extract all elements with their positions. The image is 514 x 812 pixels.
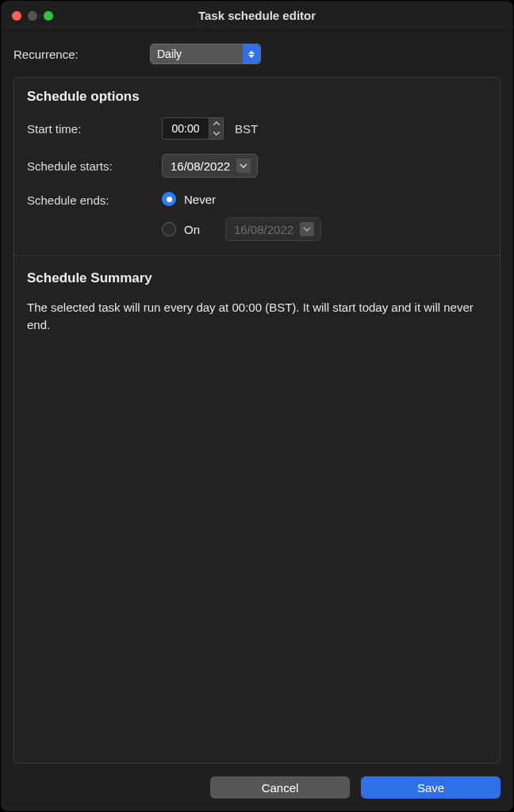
start-time-row: Start time: 00:00 BST: [27, 117, 487, 140]
start-time-label: Start time:: [27, 122, 162, 136]
recurrence-value: Daily: [157, 48, 182, 60]
schedule-starts-date-picker[interactable]: 16/08/2022: [162, 154, 258, 178]
schedule-ends-date-picker[interactable]: 16/08/2022: [225, 217, 321, 241]
schedule-options-heading: Schedule options: [27, 89, 487, 105]
schedule-ends-radio-group: Never On 16/08/2022: [162, 192, 321, 241]
recurrence-label: Recurrence:: [13, 48, 150, 61]
fullscreen-window-icon[interactable]: [44, 11, 53, 21]
save-button[interactable]: Save: [361, 776, 501, 799]
radio-never-label: Never: [184, 193, 217, 206]
start-time-stepper[interactable]: [209, 117, 224, 140]
recurrence-select[interactable]: Daily: [150, 44, 261, 64]
summary-text: The selected task will run every day at …: [27, 299, 487, 334]
schedule-ends-label: Schedule ends:: [27, 192, 162, 207]
summary-heading: Schedule Summary: [27, 270, 487, 286]
radio-on-label: On: [184, 223, 217, 236]
schedule-ends-on-option[interactable]: On 16/08/2022: [162, 217, 321, 241]
radio-on[interactable]: [162, 222, 176, 236]
schedule-panel: Schedule options Start time: 00:00 BST S…: [13, 77, 501, 764]
stepper-up-icon[interactable]: [209, 118, 223, 128]
schedule-ends-row: Schedule ends: Never On 16/08/2022: [27, 192, 487, 241]
titlebar: Task schedule editor: [1, 1, 513, 31]
window-title: Task schedule editor: [1, 9, 513, 22]
schedule-starts-date: 16/08/2022: [171, 159, 230, 173]
body: Recurrence: Daily Schedule options Start…: [1, 31, 513, 764]
select-caret-icon: [243, 44, 260, 63]
window: Task schedule editor Recurrence: Daily S…: [0, 0, 514, 812]
recurrence-row: Recurrence: Daily: [13, 44, 501, 64]
footer: Cancel Save: [1, 764, 513, 811]
traffic-lights: [12, 11, 53, 21]
minimize-window-icon[interactable]: [28, 11, 37, 21]
chevron-down-icon: [236, 159, 251, 173]
stepper-down-icon[interactable]: [209, 128, 223, 139]
start-time-input[interactable]: 00:00: [162, 117, 209, 140]
schedule-starts-label: Schedule starts:: [27, 159, 162, 173]
close-window-icon[interactable]: [12, 11, 21, 21]
schedule-ends-never-option[interactable]: Never: [162, 192, 321, 206]
chevron-down-icon: [300, 222, 314, 236]
radio-never[interactable]: [162, 192, 176, 206]
schedule-starts-row: Schedule starts: 16/08/2022: [27, 154, 487, 178]
cancel-button[interactable]: Cancel: [210, 776, 350, 799]
divider: [14, 255, 500, 256]
start-time-tz: BST: [235, 122, 258, 136]
schedule-ends-date: 16/08/2022: [234, 223, 293, 236]
